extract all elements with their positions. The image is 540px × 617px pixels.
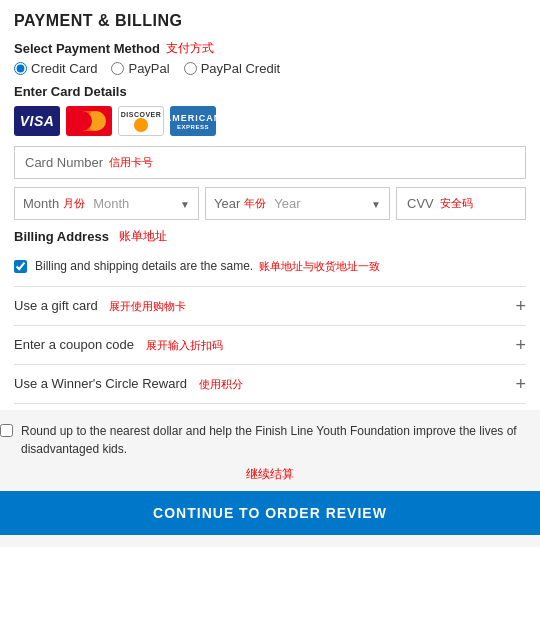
card-number-input[interactable] <box>159 147 525 178</box>
year-chinese: 年份 <box>240 196 266 211</box>
month-chinese: 月份 <box>59 196 85 211</box>
winners-circle-label: Use a Winner's Circle Reward <box>14 376 187 391</box>
coupon-expand-icon: + <box>515 336 526 354</box>
round-up-section: Round up to the nearest dollar and help … <box>0 410 540 547</box>
coupon-label: Enter a coupon code <box>14 337 134 352</box>
paypal-credit-option[interactable]: PayPal Credit <box>184 61 280 76</box>
continue-chinese-label: 继续结算 <box>0 466 540 483</box>
billing-address-label: Billing Address <box>14 229 109 244</box>
gift-card-expand-icon: + <box>515 297 526 315</box>
billing-same-chinese: 账单地址与收货地址一致 <box>259 259 380 274</box>
month-select[interactable]: Month 01 02 03 04 05 06 07 08 09 10 11 1… <box>85 188 198 219</box>
cvv-chinese: 安全码 <box>440 196 473 211</box>
credit-card-option[interactable]: Credit Card <box>14 61 97 76</box>
gift-card-chinese: 展开使用购物卡 <box>109 300 186 312</box>
paypal-radio[interactable] <box>111 62 124 75</box>
credit-card-label: Credit Card <box>31 61 97 76</box>
year-label: Year <box>206 196 240 211</box>
cvv-wrapper: CVV 安全码 <box>396 187 526 220</box>
billing-checkbox-row: Billing and shipping details are the sam… <box>14 253 526 280</box>
month-wrapper[interactable]: Month 月份 Month 01 02 03 04 05 06 07 08 0… <box>14 187 199 220</box>
billing-same-text: Billing and shipping details are the sam… <box>35 259 253 273</box>
payment-method-label: Select Payment Method <box>14 41 160 56</box>
continue-button[interactable]: CONTINUE TO ORDER REVIEW <box>0 491 540 535</box>
enter-card-details-label: Enter Card Details <box>14 84 526 99</box>
expiry-cvv-row: Month 月份 Month 01 02 03 04 05 06 07 08 0… <box>14 187 526 220</box>
billing-address-chinese: 账单地址 <box>119 228 167 245</box>
billing-address-row: Billing Address 账单地址 <box>14 228 526 245</box>
coupon-chinese: 展开输入折扣码 <box>146 339 223 351</box>
cvv-label: CVV <box>407 196 434 211</box>
year-select[interactable]: Year 2024 2025 2026 2027 2028 2029 2030 <box>266 188 389 219</box>
coupon-row[interactable]: Enter a coupon code 展开输入折扣码 + <box>14 325 526 364</box>
card-number-chinese: 信用卡号 <box>109 155 159 170</box>
month-label: Month <box>15 196 59 211</box>
page-title: PAYMENT & BILLING <box>14 12 526 30</box>
payment-method-chinese: 支付方式 <box>166 40 214 57</box>
round-up-checkbox[interactable] <box>0 424 13 437</box>
discover-icon: DISCOVER <box>118 106 164 136</box>
payment-method-options: Credit Card PayPal PayPal Credit <box>14 61 526 76</box>
billing-same-checkbox[interactable] <box>14 260 27 273</box>
year-wrapper[interactable]: Year 年份 Year 2024 2025 2026 2027 2028 20… <box>205 187 390 220</box>
gift-card-row[interactable]: Use a gift card 展开使用购物卡 + <box>14 286 526 325</box>
card-number-label: Card Number <box>15 147 109 178</box>
winners-circle-expand-icon: + <box>515 375 526 393</box>
visa-icon: VISA <box>14 106 60 136</box>
card-number-wrapper: Card Number 信用卡号 <box>14 146 526 179</box>
payment-billing-container: PAYMENT & BILLING Select Payment Method … <box>0 0 540 404</box>
paypal-credit-label: PayPal Credit <box>201 61 280 76</box>
mastercard-icon <box>66 106 112 136</box>
paypal-credit-radio[interactable] <box>184 62 197 75</box>
credit-card-radio[interactable] <box>14 62 27 75</box>
amex-icon: AMERICAN EXPRESS <box>170 106 216 136</box>
round-up-row: Round up to the nearest dollar and help … <box>0 422 540 458</box>
round-up-text: Round up to the nearest dollar and help … <box>21 422 540 458</box>
paypal-label: PayPal <box>128 61 169 76</box>
winners-circle-chinese: 使用积分 <box>199 378 243 390</box>
winners-circle-row[interactable]: Use a Winner's Circle Reward 使用积分 + <box>14 364 526 404</box>
gift-card-label: Use a gift card <box>14 298 98 313</box>
paypal-option[interactable]: PayPal <box>111 61 169 76</box>
card-icons-row: VISA DISCOVER AMERICAN EXPRESS <box>14 106 526 136</box>
payment-method-header: Select Payment Method 支付方式 <box>14 40 526 57</box>
